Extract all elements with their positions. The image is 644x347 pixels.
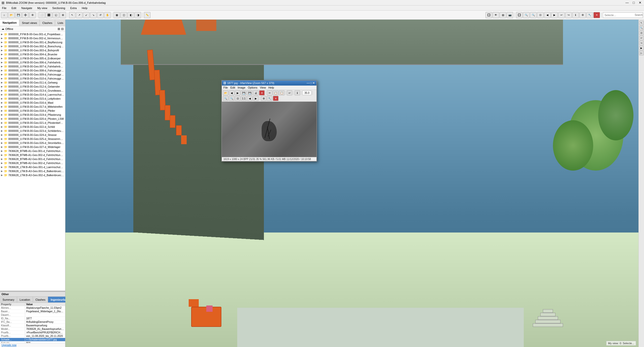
toolbar-nav2-button[interactable]: ↗ xyxy=(76,12,83,18)
tab-navigation[interactable]: Navigation xyxy=(0,20,19,26)
iv-menu-file[interactable]: File xyxy=(223,86,228,89)
iv-zoom-in-button[interactable]: 🔍 xyxy=(223,96,228,101)
tree-item[interactable]: ▶📁0000000_U.FM.B-00-Geo.010-d_Fahrzeuggr… xyxy=(0,76,65,81)
iv-menu-options[interactable]: Options xyxy=(248,86,257,89)
tree-item[interactable]: ▶📁7836628_LTM.B-A3-Geo.002-d_Balkenbruec… xyxy=(0,173,65,177)
toolbar-zoomin-button[interactable]: 🔍 xyxy=(523,12,530,18)
toolbar-perspective-button[interactable]: 👁 xyxy=(493,12,499,18)
iv-prev-button[interactable]: ◀ xyxy=(229,90,234,95)
toolbar-snapshot-button[interactable]: 📷 xyxy=(507,12,513,18)
menu-navigate[interactable]: Navigate xyxy=(20,6,33,10)
tree-item[interactable]: ▶📁0000000_U.FM.B-00-Geo.016-d_Mast xyxy=(0,101,65,105)
iv-info-button[interactable]: ℹ xyxy=(295,90,300,95)
maximize-button[interactable]: □ xyxy=(632,1,636,5)
tree-item[interactable]: ▶📁0000000_U.FM.B-00-Geo.005-d_Erdkoerper xyxy=(0,56,65,60)
iv-close-red-button[interactable]: ✕ xyxy=(273,96,278,101)
tree-item[interactable]: ▶📁0000000_U.FM.B-00-Geo.025-d_Strassenma… xyxy=(0,137,65,141)
tab-clashes-bottom[interactable]: Clashes xyxy=(33,297,48,302)
toolbar-section1-button[interactable]: ▦ xyxy=(113,12,120,18)
tree-item[interactable]: ▶📁0000000_U.FM.B-00-Geo.009-d_Fahrzeuggr… xyxy=(0,72,65,76)
tree-item[interactable]: ▶📁0000000_P.FM.B-00-Geo.001-d_Projektbas… xyxy=(0,32,65,36)
toolbar-nav1-button[interactable]: ↖ xyxy=(69,12,75,18)
tab-smart-views[interactable]: Smart views xyxy=(19,20,40,26)
rt-fit-button[interactable]: ⊡ xyxy=(639,31,644,35)
menu-sectioning[interactable]: Sectioning xyxy=(51,6,66,10)
toolbar-more4-button[interactable]: ⚙ xyxy=(579,12,586,18)
zoom-value-input[interactable] xyxy=(302,91,311,95)
toolbar-view2-button[interactable]: ⬛ xyxy=(46,12,52,18)
toolbar-view-options-button[interactable]: 🔲 xyxy=(486,12,492,18)
iv-cut-button[interactable]: ✂ xyxy=(267,90,272,95)
prop-row-highlight[interactable]: Schade...> /Schadensbilder/1877.jpg xyxy=(0,338,65,341)
tree-item[interactable]: ▶📁0000000_U.FM.B-00-Geo.008-d_Fahrzeuggr… xyxy=(0,68,65,72)
iv-nav-next-button[interactable]: ▶ xyxy=(253,96,259,101)
image-viewer-controls[interactable]: — □ ✕ xyxy=(307,81,315,85)
iv-settings2-button[interactable]: 🔧 xyxy=(267,96,272,101)
iv-save-button[interactable]: 💾 xyxy=(241,90,247,95)
toolbar-more2-button[interactable]: ↪ xyxy=(565,12,572,18)
tree-item[interactable]: ▶📁0000000_U.FM.B-00-Geo.015-d_Leitpfoste… xyxy=(0,97,65,101)
tree-item[interactable]: ▶📁0000000_U.FM.B-00-Geo.006-d_Fahrbahnbe… xyxy=(0,60,65,64)
titlebar-right[interactable]: — □ ✕ xyxy=(624,1,642,5)
rt-next-button[interactable]: ↪ xyxy=(639,41,644,45)
iv-delete-button[interactable]: ✕ xyxy=(259,90,265,95)
search-input[interactable] xyxy=(605,14,635,17)
rt-zoom-button[interactable]: 🔍 xyxy=(639,26,644,30)
toolbar-more3-button[interactable]: ℹ xyxy=(572,12,579,18)
iv-actual-button[interactable]: 1:1 xyxy=(241,96,247,101)
tree-item[interactable]: ▶📁7836628_BTMB-A1-Geo.002-d_Fahrtrichtun… xyxy=(0,153,65,157)
menu-file[interactable]: File xyxy=(1,6,8,10)
tree-item[interactable]: ▶📁0000000_U.FM.B-00-Geo.023-d_Schilderbr… xyxy=(0,129,65,133)
iv-menu-help[interactable]: Help xyxy=(268,86,274,89)
menu-myview[interactable]: My view xyxy=(36,6,48,10)
minimize-button[interactable]: — xyxy=(624,1,630,5)
viewport-3d[interactable]: 🖼 1877.jpg - IrfanView (Zoom 567 x 379) … xyxy=(65,20,638,347)
iv-nav-prev-button[interactable]: ◀ xyxy=(247,96,253,101)
tree-item[interactable]: ▶📁0000000_U.FM.B-00-Geo.027-d_Widerlager xyxy=(0,145,65,149)
iv-menu-edit[interactable]: Edit xyxy=(230,86,235,89)
tree-item[interactable]: ▶📁7836628_LTM.B-A3-Geo.001-d_Balkenbruec… xyxy=(0,169,65,173)
toolbar-measure-button[interactable]: 📏 xyxy=(144,12,150,18)
tree-item[interactable]: ▶📁0000000_U.FM.B-00-Geo.017-d_Mittelstre… xyxy=(0,105,65,109)
tree-item[interactable]: ▶📁0000000_U.FM.B-00-Geo.021-d_Pfostenbef… xyxy=(0,121,65,125)
toolbar-render-button[interactable]: ▤ xyxy=(500,12,506,18)
tree-item[interactable]: ▶📁0000000_U.FM.B-00-Geo.004-d_Bruecke xyxy=(0,52,65,56)
tree-item[interactable]: ▶📁0000000_U.FM.B-00-Geo.022-d_Schild xyxy=(0,125,65,129)
toolbar-section2-button[interactable]: ◫ xyxy=(120,12,127,18)
iv-undo-button[interactable]: ↩ xyxy=(287,90,292,95)
tree-item[interactable]: ▶📁0000000_U.FM.B-00-Geo.001-d_Bepflanzun… xyxy=(0,40,65,44)
toolbar-view4-button[interactable]: ⊞ xyxy=(60,12,66,18)
toolbar-more5-button[interactable]: 🔧 xyxy=(586,12,593,18)
iv-menu-view[interactable]: View xyxy=(260,86,266,89)
tree-item[interactable]: ▶📁0000000_P.FM.B-00-Geo.002-d_Vermessung… xyxy=(0,36,65,40)
iv-menu-image[interactable]: Image xyxy=(238,86,246,89)
tree-item[interactable]: ▶📁0000000_U.FM.B-00-Geo.011-d_Gehweg xyxy=(0,81,65,85)
menu-help[interactable]: Help xyxy=(81,6,89,10)
iv-settings-button[interactable]: ⚙ xyxy=(261,96,266,101)
tree-item[interactable]: ▶📁0000000_U.FM.B-00-Geo.026-d_Strombefes… xyxy=(0,141,65,145)
toolbar-rotate-button[interactable]: ↺ xyxy=(97,12,104,18)
iv-save-as-button[interactable]: 💾 xyxy=(247,90,253,95)
iv-print-button[interactable]: 🖨 xyxy=(253,90,259,95)
tree-item[interactable]: ▶📁0000000_U.FM.B-00-Geo.024-d_Strasse xyxy=(0,133,65,137)
iv-paste-button[interactable]: 📋 xyxy=(279,90,285,95)
toolbar-add-button[interactable]: ➕ xyxy=(22,12,29,18)
rt-more-button[interactable]: ▷ xyxy=(639,51,644,55)
rt-nav-button[interactable]: ↩ xyxy=(639,36,644,40)
tab-summary[interactable]: Summary xyxy=(0,297,17,302)
close-button[interactable]: ✕ xyxy=(638,1,642,5)
toolbar-view1-button[interactable]: ⬜ xyxy=(38,12,45,18)
tree-item[interactable]: ▶📁0000000_U.FM.B-00-Geo.014-d_Laermschut… xyxy=(0,93,65,97)
iv-open-button[interactable]: 📂 xyxy=(223,90,228,95)
tree-item[interactable]: ▶📁0000000_U.FM.B-00-Geo.018-d_Pfeiler xyxy=(0,109,65,113)
tree-item[interactable]: ▶📁7836628_BTMB-A2-Geo.001-d_Fahrtrichtun… xyxy=(0,157,65,161)
menu-extra[interactable]: Extra xyxy=(69,6,78,10)
toolbar-more6-button[interactable]: ✕ xyxy=(593,12,600,18)
toolbar-arrow-right-button[interactable]: ▶ xyxy=(551,12,558,18)
iv-copy-button[interactable]: 📋 xyxy=(273,90,278,95)
toolbar-section3-button[interactable]: ◧ xyxy=(128,12,134,18)
toolbar-home-button[interactable]: ⌂ xyxy=(1,12,8,18)
tree-item[interactable]: ▶📁7836628_BTMB-A1-Geo.001-d_Fahrtrichtun… xyxy=(0,149,65,153)
tab-lists[interactable]: Lists xyxy=(55,20,66,26)
iv-fit-button[interactable]: ⊡ xyxy=(235,96,240,101)
